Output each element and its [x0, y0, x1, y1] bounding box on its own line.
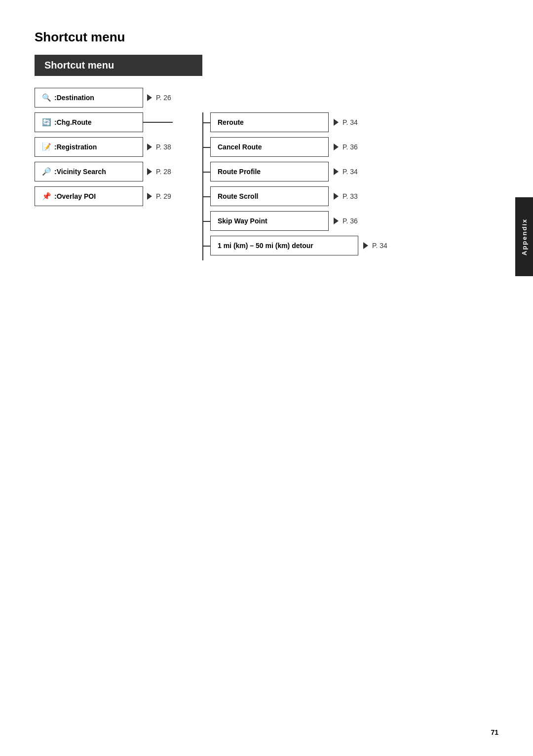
page-title: Shortcut menu — [35, 30, 503, 45]
overlay-poi-arrow-icon — [147, 193, 152, 200]
menu-row-vicinity-search: 🔎 :Vicinity Search P. 28 — [35, 162, 173, 181]
cancel-route-page-ref: P. 36 — [343, 143, 358, 151]
skip-way-point-label: Skip Way Point — [218, 217, 267, 225]
menu-row-overlay-poi: 📌 :Overlay POI P. 29 — [35, 186, 173, 206]
skip-way-point-page-ref: P. 36 — [343, 217, 358, 225]
registration-arrow-icon — [147, 144, 152, 150]
registration-icon: 📝 — [42, 143, 51, 151]
registration-item[interactable]: 📝 :Registration — [35, 137, 143, 157]
vicinity-search-label: :Vicinity Search — [54, 168, 106, 176]
detour-item[interactable]: 1 mi (km) – 50 mi (km) detour — [210, 236, 358, 255]
overlay-poi-item[interactable]: 📌 :Overlay POI — [35, 186, 143, 206]
chg-route-item[interactable]: 🔄 :Chg.Route — [35, 112, 143, 132]
cancel-route-label: Cancel Route — [218, 143, 262, 151]
route-scroll-page-ref: P. 33 — [343, 192, 358, 200]
destination-icon: 🔍 — [42, 93, 51, 102]
route-scroll-label: Route Scroll — [218, 192, 258, 200]
chg-route-icon: 🔄 — [42, 118, 51, 127]
detour-label: 1 mi (km) – 50 mi (km) detour — [218, 242, 313, 250]
menu-row-chg-route: 🔄 :Chg.Route — [35, 112, 173, 132]
vicinity-search-icon: 🔎 — [42, 167, 51, 176]
overlay-poi-label: :Overlay POI — [54, 192, 96, 200]
vicinity-search-item[interactable]: 🔎 :Vicinity Search — [35, 162, 143, 181]
cancel-route-item[interactable]: Cancel Route — [210, 137, 329, 157]
left-menu-column: 🔍 :Destination P. 26 🔄 :Chg.Route 📝 — [35, 88, 173, 211]
route-profile-item[interactable]: Route Profile — [210, 162, 329, 181]
destination-label: :Destination — [54, 94, 94, 102]
detour-page-ref: P. 34 — [372, 242, 387, 250]
right-row-detour: 1 mi (km) – 50 mi (km) detour P. 34 — [202, 236, 387, 255]
skip-way-point-item[interactable]: Skip Way Point — [210, 211, 329, 231]
right-row-reroute: Reroute P. 34 — [202, 112, 387, 132]
chg-route-connector-line — [143, 122, 173, 123]
skip-way-point-arrow-icon — [334, 217, 339, 224]
route-scroll-item[interactable]: Route Scroll — [210, 186, 329, 206]
appendix-sidebar: Appendix — [515, 197, 533, 276]
overlay-poi-page-ref: P. 29 — [156, 192, 171, 200]
vicinity-search-page-ref: P. 28 — [156, 168, 171, 176]
chg-route-label: :Chg.Route — [54, 118, 91, 126]
detour-arrow-icon — [363, 242, 368, 249]
overlay-poi-icon: 📌 — [42, 192, 51, 201]
reroute-arrow-icon — [334, 119, 339, 126]
cancel-route-arrow-icon — [334, 144, 339, 150]
route-profile-arrow-icon — [334, 168, 339, 175]
reroute-item[interactable]: Reroute — [210, 112, 329, 132]
right-row-route-profile: Route Profile P. 34 — [202, 162, 387, 181]
reroute-page-ref: P. 34 — [343, 118, 358, 126]
destination-item[interactable]: 🔍 :Destination — [35, 88, 143, 108]
route-profile-page-ref: P. 34 — [343, 168, 358, 176]
reroute-label: Reroute — [218, 118, 244, 126]
destination-page-ref: P. 26 — [156, 94, 171, 102]
registration-label: :Registration — [54, 143, 97, 151]
shortcut-menu-header: Shortcut menu — [35, 55, 202, 76]
right-menu-section: Reroute P. 34 Cancel Route P. 36 Route P… — [202, 112, 387, 260]
appendix-label: Appendix — [521, 218, 528, 255]
right-row-cancel-route: Cancel Route P. 36 — [202, 137, 387, 157]
right-row-skip-way-point: Skip Way Point P. 36 — [202, 211, 387, 231]
route-scroll-arrow-icon — [334, 193, 339, 200]
vicinity-search-arrow-icon — [147, 168, 152, 175]
menu-row-registration: 📝 :Registration P. 38 — [35, 137, 173, 157]
destination-arrow-icon — [147, 94, 152, 101]
registration-page-ref: P. 38 — [156, 143, 171, 151]
right-row-route-scroll: Route Scroll P. 33 — [202, 186, 387, 206]
menu-row-destination: 🔍 :Destination P. 26 — [35, 88, 173, 108]
route-profile-label: Route Profile — [218, 168, 261, 176]
page-number: 71 — [491, 728, 498, 736]
